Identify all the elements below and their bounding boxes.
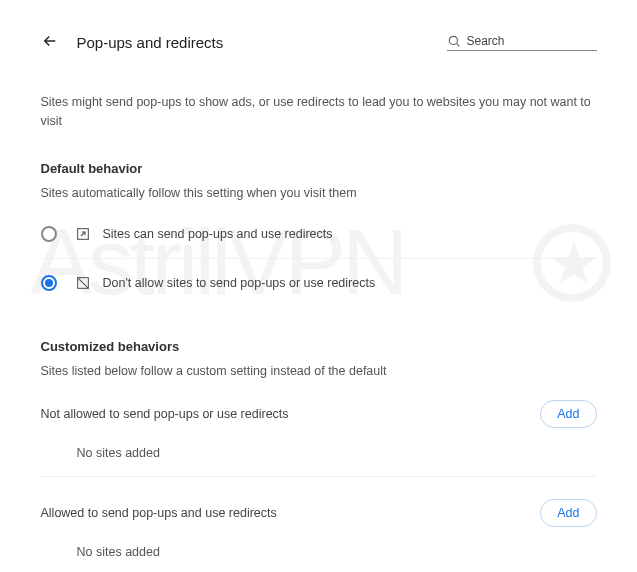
search-input[interactable]: [467, 34, 597, 48]
svg-point-0: [449, 36, 457, 44]
search-field[interactable]: [447, 34, 597, 51]
search-icon: [447, 34, 461, 48]
radio-option-block[interactable]: Don't allow sites to send pop-ups or use…: [41, 259, 597, 307]
customized-sub: Sites listed below follow a custom setti…: [41, 364, 597, 378]
page-title: Pop-ups and redirects: [77, 34, 224, 51]
intro-text: Sites might send pop-ups to show ads, or…: [41, 93, 597, 131]
allowed-empty: No sites added: [41, 527, 597, 569]
svg-line-1: [456, 44, 459, 47]
add-allowed-button[interactable]: Add: [540, 499, 596, 527]
add-not-allowed-button[interactable]: Add: [540, 400, 596, 428]
allowed-title: Allowed to send pop-ups and use redirect…: [41, 506, 277, 520]
popup-allow-icon: [75, 226, 91, 242]
radio-button-block[interactable]: [41, 275, 57, 291]
not-allowed-empty: No sites added: [41, 428, 597, 470]
radio-label-block: Don't allow sites to send pop-ups or use…: [103, 276, 376, 290]
radio-option-allow[interactable]: Sites can send pop-ups and use redirects: [41, 210, 597, 259]
default-behavior-heading: Default behavior: [41, 161, 597, 176]
default-behavior-sub: Sites automatically follow this setting …: [41, 186, 597, 200]
radio-button-allow[interactable]: [41, 226, 57, 242]
back-arrow-icon[interactable]: [41, 32, 59, 53]
customized-heading: Customized behaviors: [41, 339, 597, 354]
not-allowed-title: Not allowed to send pop-ups or use redir…: [41, 407, 289, 421]
popup-block-icon: [75, 275, 91, 291]
radio-label-allow: Sites can send pop-ups and use redirects: [103, 227, 333, 241]
